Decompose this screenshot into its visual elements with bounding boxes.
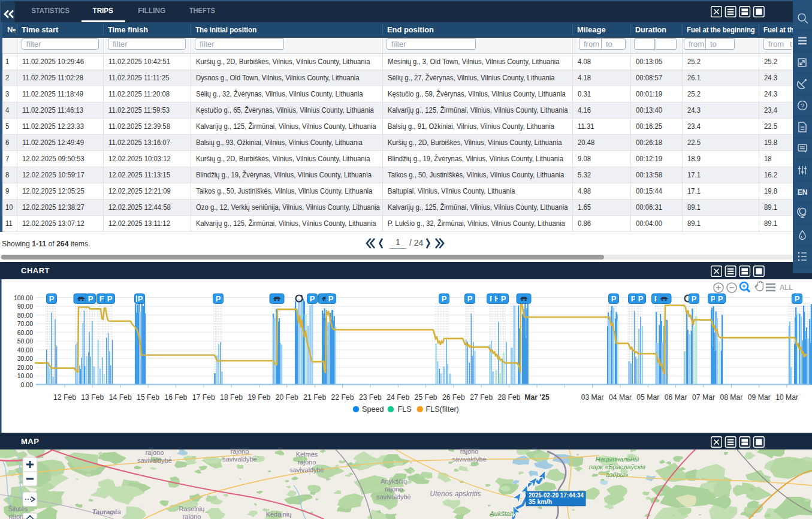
svg-text:rajono: rajono: [231, 449, 249, 455]
svg-text:Kelmės: Kelmės: [296, 451, 318, 458]
svg-text:03 Mar: 03 Mar: [581, 393, 604, 402]
svg-text:28 Feb: 28 Feb: [498, 393, 521, 402]
svg-text:rajono: rajono: [385, 485, 403, 493]
svg-text:P: P: [501, 294, 506, 303]
svg-text:14 Feb: 14 Feb: [109, 393, 132, 402]
svg-text:P: P: [216, 294, 221, 303]
svg-text:05 Mar: 05 Mar: [636, 393, 659, 402]
svg-text:rajono: rajono: [460, 449, 479, 455]
svg-text:Anykščių: Anykščių: [381, 478, 407, 485]
svg-text:FLS(filter): FLS(filter): [426, 405, 459, 414]
svg-text:rajono: rajono: [183, 513, 201, 519]
svg-text:10 Mar: 10 Mar: [775, 393, 798, 402]
svg-text:27 Feb: 27 Feb: [470, 393, 493, 402]
svg-text:04 Mar: 04 Mar: [609, 393, 632, 402]
svg-text:ALL: ALL: [780, 283, 793, 292]
svg-text:парк «Браслаўскія: парк «Браслаўскія: [589, 463, 646, 470]
svg-text:Нацыянальны: Нацыянальны: [596, 455, 639, 463]
svg-text:P: P: [611, 294, 617, 303]
svg-text:EN: EN: [798, 188, 808, 197]
svg-text:P: P: [467, 294, 473, 303]
svg-text:P: P: [692, 294, 697, 303]
svg-text:savivaldybė: savivaldybė: [137, 457, 171, 464]
svg-text:P: P: [49, 294, 55, 303]
svg-text:13 Feb: 13 Feb: [81, 393, 104, 402]
svg-text:Mar '25: Mar '25: [524, 393, 550, 402]
svg-text:Utenos apskritis: Utenos apskritis: [430, 490, 481, 498]
svg-text:savivaldybė: savivaldybė: [452, 455, 486, 463]
svg-text:savivaldybė: savivaldybė: [289, 466, 324, 473]
svg-text:100.00: 100.00: [14, 294, 33, 301]
svg-text:FLS: FLS: [398, 405, 412, 414]
svg-text:P: P: [718, 294, 723, 303]
svg-text:Speed: Speed: [362, 405, 384, 414]
svg-text:20.00: 20.00: [17, 364, 33, 371]
svg-text:23 Feb: 23 Feb: [359, 393, 382, 402]
svg-text:17 Feb: 17 Feb: [192, 393, 215, 402]
svg-text:P: P: [138, 294, 143, 303]
svg-text:P: P: [442, 294, 447, 303]
svg-text:60.00: 60.00: [17, 329, 33, 336]
svg-text:06 Mar: 06 Mar: [665, 393, 687, 402]
svg-text:50.00: 50.00: [17, 337, 33, 345]
svg-text:Tauragės: Tauragės: [92, 508, 122, 515]
svg-text:Aukštaiti: Aukštaiti: [489, 510, 515, 517]
svg-text:40.00: 40.00: [17, 346, 33, 354]
svg-text:P: P: [310, 294, 315, 303]
svg-text:rajono: rajono: [298, 458, 316, 466]
svg-text:30.00: 30.00: [17, 355, 33, 362]
svg-text:?: ?: [801, 102, 804, 110]
svg-text:rajono: rajono: [146, 449, 164, 456]
svg-text:16 Feb: 16 Feb: [164, 393, 187, 402]
svg-text:Raseinių: Raseinių: [179, 505, 205, 512]
svg-text:09 Mar: 09 Mar: [748, 393, 771, 402]
svg-text:P: P: [107, 294, 113, 303]
svg-text:savivaldybė: savivaldybė: [222, 455, 256, 463]
svg-text:22 Feb: 22 Feb: [331, 393, 354, 402]
svg-text:savivaldybė: savivaldybė: [376, 493, 410, 500]
svg-text:25 Feb: 25 Feb: [415, 393, 437, 402]
svg-text:80.00: 80.00: [17, 312, 33, 319]
svg-text:19 Feb: 19 Feb: [247, 393, 270, 402]
svg-text:18 Feb: 18 Feb: [220, 393, 243, 402]
svg-text:F: F: [99, 294, 104, 303]
svg-text:20 Feb: 20 Feb: [276, 393, 298, 402]
svg-text:35 km/h: 35 km/h: [529, 498, 552, 505]
svg-text:70.00: 70.00: [17, 320, 33, 327]
svg-text:P: P: [88, 294, 93, 303]
svg-text:24 Feb: 24 Feb: [387, 393, 409, 402]
svg-text:азёры»: азёры»: [606, 471, 628, 478]
svg-text:0.00: 0.00: [21, 381, 34, 388]
svg-text:P: P: [328, 294, 334, 303]
svg-text:08 Mar: 08 Mar: [720, 393, 742, 402]
svg-text:12 Feb: 12 Feb: [53, 393, 76, 402]
svg-text:26 Feb: 26 Feb: [442, 393, 465, 402]
svg-text:07 Mar: 07 Mar: [692, 393, 715, 402]
svg-text:10.00: 10.00: [17, 372, 33, 379]
svg-text:15 Feb: 15 Feb: [137, 393, 159, 402]
svg-text:P: P: [795, 294, 800, 303]
svg-text:P: P: [638, 294, 644, 303]
svg-text:90.00: 90.00: [17, 303, 33, 310]
svg-text:Kėdainių: Kėdainių: [266, 511, 292, 518]
svg-text:21 Feb: 21 Feb: [303, 393, 326, 402]
